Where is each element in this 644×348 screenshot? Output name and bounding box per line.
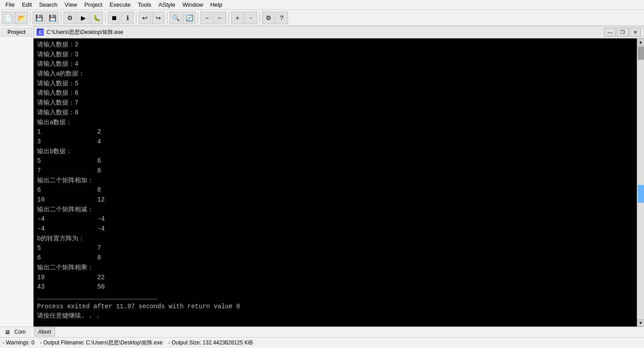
bottom-row2: - Warnings: 0 - Output Filename: C:\User…	[0, 338, 644, 348]
log-line3: - Output Size: 132.4423828125 KiB	[165, 340, 253, 346]
toolbar-compile[interactable]: ⚙	[64, 12, 76, 24]
console-title: C:\Users\思思\Desktop\矩阵.exe	[47, 29, 603, 36]
toolbar-find[interactable]: 🔍	[169, 12, 182, 24]
sidebar-project-label: Project	[1, 28, 32, 37]
toolbar-stop[interactable]: ⏹	[108, 12, 120, 24]
toolbar-indent[interactable]: →	[200, 12, 213, 24]
scroll-thumb[interactable]	[638, 46, 644, 60]
scroll-down-arrow[interactable]: ▼	[637, 319, 644, 327]
log-line1: - Warnings: 0	[3, 340, 34, 346]
toolbar-undo[interactable]: ↩	[139, 12, 151, 24]
minimize-button[interactable]: —	[604, 28, 616, 37]
toolbar-zoom-in[interactable]: +	[231, 12, 244, 24]
menu-help[interactable]: Help	[207, 0, 226, 9]
menu-file[interactable]: File	[2, 0, 18, 9]
log-icon: 🖥	[3, 327, 12, 336]
menu-edit[interactable]: Edit	[18, 0, 35, 9]
menu-project[interactable]: Project	[81, 0, 106, 9]
restore-button[interactable]: ❐	[617, 28, 628, 37]
bottom-row1: 🖥 Com Abort	[0, 327, 644, 338]
sidebar: Project	[0, 26, 34, 327]
abort-button[interactable]: Abort	[34, 327, 55, 336]
main-layout: Project C C:\Users\思思\Desktop\矩阵.exe — ❐…	[0, 26, 644, 327]
toolbar-redo[interactable]: ↪	[152, 12, 165, 24]
console-text: 请输入数据：2 请输入数据：3 请输入数据：4 请输入a的数据： 请输入数据：5…	[37, 40, 633, 321]
toolbar-sep3	[105, 13, 106, 23]
toolbar-saveas[interactable]: 💾	[46, 12, 59, 24]
toolbar-open[interactable]: 📂	[15, 12, 28, 24]
toolbar-outdent[interactable]: ←	[214, 12, 226, 24]
toolbar-sep1	[30, 13, 30, 23]
console-wrapper: C C:\Users\思思\Desktop\矩阵.exe — ❐ ✕ 请输入数据…	[34, 26, 644, 327]
menu-tools[interactable]: Tools	[134, 0, 155, 9]
toolbar-new[interactable]: 📄	[2, 12, 14, 24]
bottom-panel: 🖥 Com Abort - Warnings: 0 - Output Filen…	[0, 327, 644, 348]
scroll-highlight	[638, 185, 644, 203]
scroll-up-arrow[interactable]: ▲	[637, 38, 644, 46]
log-row1-text: Com	[14, 329, 25, 335]
console-row: 请输入数据：2 请输入数据：3 请输入数据：4 请输入a的数据： 请输入数据：5…	[34, 38, 644, 327]
log-line2: - Output Filename: C:\Users\思思\Desktop\矩…	[37, 339, 163, 347]
toolbar-sep8	[259, 13, 260, 23]
console-output: 请输入数据：2 请输入数据：3 请输入数据：4 请输入a的数据： 请输入数据：5…	[34, 38, 637, 327]
console-icon: C	[37, 29, 44, 36]
toolbar: 📄 📂 💾 💾 ⚙ ▶ 🐛 ⏹ ℹ ↩ ↪ 🔍 🔄 → ← + - ⚙ ?	[0, 10, 644, 26]
menu-search[interactable]: Search	[35, 0, 61, 9]
menu-astyle[interactable]: AStyle	[155, 0, 179, 9]
toolbar-sep2	[61, 13, 61, 23]
toolbar-sep5	[167, 13, 167, 23]
close-button[interactable]: ✕	[629, 28, 641, 37]
toolbar-help[interactable]: ?	[275, 12, 288, 24]
toolbar-save[interactable]: 💾	[33, 12, 45, 24]
toolbar-replace[interactable]: 🔄	[183, 12, 195, 24]
toolbar-info[interactable]: ℹ	[121, 12, 134, 24]
console-titlebar: C C:\Users\思思\Desktop\矩阵.exe — ❐ ✕	[34, 26, 644, 38]
toolbar-sep7	[229, 13, 229, 23]
menu-execute[interactable]: Execute	[106, 0, 134, 9]
console-scrollbar[interactable]: ▲ ▼	[637, 38, 644, 327]
toolbar-run[interactable]: ▶	[77, 12, 89, 24]
toolbar-sep6	[198, 13, 198, 23]
toolbar-zoom-out[interactable]: -	[245, 12, 257, 24]
toolbar-sep4	[136, 13, 136, 23]
menu-window[interactable]: Window	[179, 0, 207, 9]
menubar: File Edit Search View Project Execute To…	[0, 0, 644, 10]
menu-view[interactable]: View	[61, 0, 81, 9]
toolbar-settings[interactable]: ⚙	[262, 12, 275, 24]
toolbar-debug[interactable]: 🐛	[90, 12, 103, 24]
